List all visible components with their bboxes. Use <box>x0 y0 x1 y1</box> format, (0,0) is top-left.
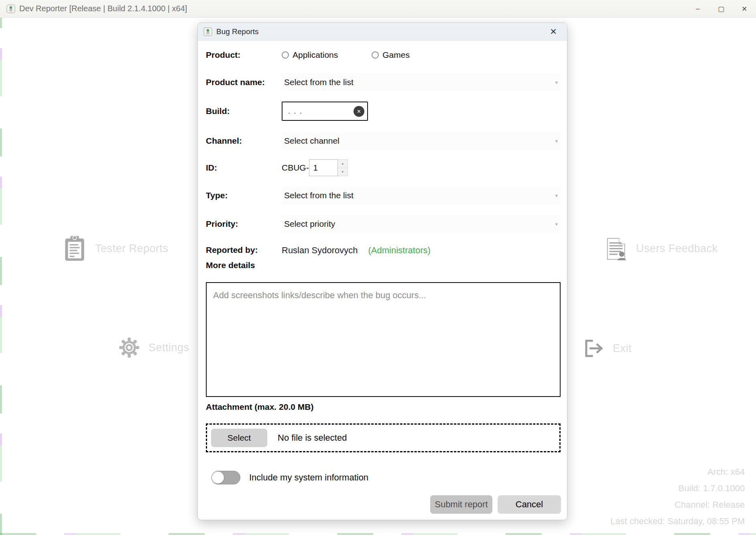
build-label: Build: <box>206 106 230 116</box>
more-details-label: More details <box>206 260 255 270</box>
reported-by-label: Reported by: <box>206 245 258 255</box>
type-label: Type: <box>206 191 228 200</box>
priority-select[interactable]: Select priority ▾ <box>282 215 561 233</box>
status-last-checked: Last checked: Saturday, 08:55 PM <box>610 513 745 529</box>
maximize-button[interactable]: ▢ <box>709 0 733 18</box>
attachment-status: No file is selected <box>278 433 347 443</box>
window-edge-artifact-bottom <box>0 533 756 535</box>
status-arch: Arch: x64 <box>610 464 745 480</box>
id-prefix: CBUG- <box>282 163 309 173</box>
id-number-input[interactable] <box>309 159 338 176</box>
bug-report-icon <box>203 27 212 36</box>
id-row: CBUG- ▲ ▼ <box>282 159 348 177</box>
priority-value: Select priority <box>282 219 335 229</box>
attachment-label: Attachment (max. 20.0 MB) <box>206 402 313 412</box>
tile-users-feedback[interactable]: Users Feedback <box>604 235 718 262</box>
app-icon <box>6 4 15 13</box>
build-input[interactable]: . . . ✕ <box>282 102 368 121</box>
dialog-title: Bug Reports <box>216 27 259 36</box>
build-value: . . . <box>282 107 354 116</box>
titlebar: Dev Reporter [Release | Build 2.1.4.1000… <box>0 0 756 18</box>
system-info-label: Include my system information <box>249 472 368 483</box>
type-value: Select from the list <box>282 191 354 200</box>
bug-reports-dialog: Bug Reports ✕ Product: Applications Game… <box>197 22 567 520</box>
clear-icon[interactable]: ✕ <box>354 106 364 117</box>
radio-applications-label[interactable]: Applications <box>293 50 338 60</box>
id-label: ID: <box>206 163 217 173</box>
cancel-button[interactable]: Cancel <box>498 495 561 514</box>
tile-tester-reports[interactable]: Tester Reports <box>63 235 169 262</box>
system-info-row: Include my system information <box>211 470 368 485</box>
tile-label: Tester Reports <box>95 242 169 255</box>
exit-icon <box>584 339 604 358</box>
tile-exit[interactable]: Exit <box>584 339 632 358</box>
status-channel: Channel: Release <box>610 496 745 513</box>
attachment-dropzone[interactable]: Select No file is selected <box>206 423 561 452</box>
reporter-group: (Administrators) <box>368 245 431 256</box>
status-build: Build: 1.7.0.1000 <box>610 480 745 496</box>
channel-value: Select channel <box>282 136 339 146</box>
minimize-button[interactable]: – <box>686 0 709 18</box>
radio-games[interactable] <box>372 51 379 59</box>
close-window-button[interactable]: ✕ <box>733 0 756 18</box>
dialog-body: Product: Applications Games Product name… <box>198 41 567 520</box>
chevron-down-icon: ▾ <box>555 79 561 85</box>
tile-label: Exit <box>613 342 632 355</box>
select-file-button[interactable]: Select <box>211 429 267 447</box>
product-radio-group: Applications Games <box>282 46 410 64</box>
clipboard-icon <box>63 235 86 262</box>
tile-settings[interactable]: Settings <box>119 337 189 358</box>
toggle-knob <box>212 472 224 484</box>
channel-select[interactable]: Select channel ▾ <box>282 132 561 150</box>
radio-applications[interactable] <box>282 51 289 59</box>
dialog-header: Bug Reports ✕ <box>198 23 567 41</box>
id-spinner: ▲ ▼ <box>338 159 348 176</box>
product-name-value: Select from the list <box>282 77 354 87</box>
gear-icon <box>119 337 140 358</box>
feedback-document-icon <box>604 235 627 262</box>
window-edge-artifact-left <box>0 0 2 535</box>
chevron-down-icon: ▾ <box>555 138 561 144</box>
channel-label: Channel: <box>206 136 242 146</box>
radio-games-label[interactable]: Games <box>382 50 410 60</box>
tile-label: Settings <box>148 342 189 354</box>
reported-by-row: Ruslan Sydorovych (Administrators) <box>282 244 431 256</box>
submit-report-button[interactable]: Submit report <box>430 495 492 514</box>
priority-label: Priority: <box>206 219 238 229</box>
product-name-label: Product name: <box>206 77 265 87</box>
product-name-select[interactable]: Select from the list ▾ <box>282 73 561 91</box>
type-select[interactable]: Select from the list ▾ <box>282 187 561 204</box>
system-info-toggle[interactable] <box>211 471 240 484</box>
details-textarea[interactable] <box>206 282 561 397</box>
reporter-name: Ruslan Sydorovych <box>282 245 358 256</box>
tile-label: Users Feedback <box>636 242 718 255</box>
chevron-down-icon: ▾ <box>555 193 561 199</box>
close-dialog-button[interactable]: ✕ <box>545 23 561 41</box>
spin-down-icon[interactable]: ▼ <box>338 168 348 176</box>
window-title: Dev Reporter [Release | Build 2.1.4.1000… <box>19 4 187 13</box>
chevron-down-icon: ▾ <box>555 221 561 227</box>
status-block: Arch: x64 Build: 1.7.0.1000 Channel: Rel… <box>610 464 745 529</box>
spin-up-icon[interactable]: ▲ <box>338 160 348 168</box>
product-label: Product: <box>206 50 240 60</box>
